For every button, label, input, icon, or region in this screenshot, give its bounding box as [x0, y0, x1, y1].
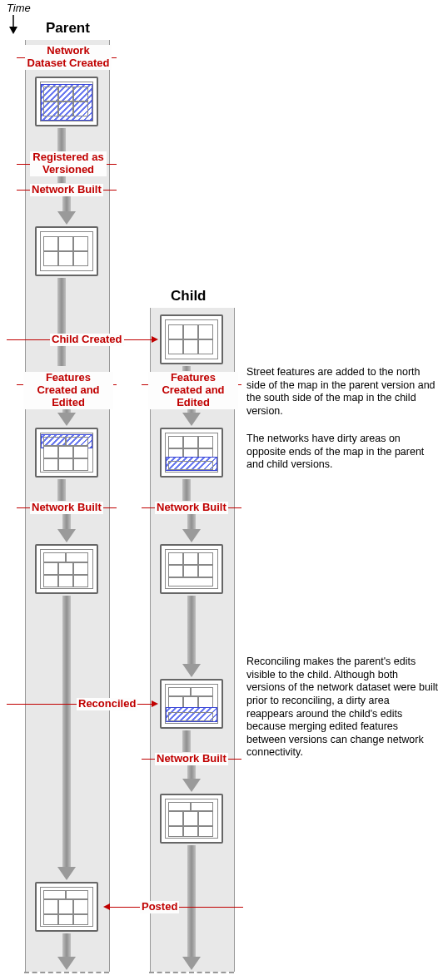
flow-arrow-icon: [182, 479, 191, 501]
flow-arrow-icon: [57, 196, 76, 225]
parent-column-header: Parent: [46, 20, 90, 37]
event-label-net-built-parent2: Network Built: [30, 502, 103, 514]
parent-lane-end: [24, 972, 109, 973]
parent-map-initial: [35, 77, 98, 126]
arrow-right-icon: [152, 336, 158, 343]
parent-map-built2: [35, 544, 98, 594]
child-map-built: [160, 544, 223, 594]
flow-arrow-icon: [182, 596, 201, 677]
flow-arrow-icon: [57, 176, 66, 183]
event-label-nd-created: Network Dataset Created: [25, 45, 112, 70]
child-column-header: Child: [171, 288, 207, 304]
event-label-feat-edited-child: Features Created and Edited: [148, 372, 238, 409]
event-label-net-built-child: Network Built: [155, 502, 228, 514]
event-label-registered: Registered as Versioned: [30, 151, 107, 176]
parent-map-posted: [35, 882, 98, 932]
event-label-net-built-child2: Network Built: [155, 753, 228, 765]
child-map-built2: [160, 794, 223, 844]
time-label: Time: [7, 2, 31, 14]
note-3: Reconciling makes the parent's edits vis…: [246, 656, 438, 760]
flow-arrow-icon: [57, 514, 76, 542]
event-label-posted: Posted: [140, 901, 179, 913]
child-lane-end: [149, 972, 234, 973]
flow-arrow-icon: [57, 479, 66, 501]
event-label-reconciled: Reconciled: [77, 698, 137, 710]
note-2: The networks have dirty areas on opposit…: [246, 433, 438, 472]
child-map-initial: [160, 314, 223, 364]
time-arrow-icon: [8, 15, 18, 35]
svg-marker-1: [9, 27, 17, 34]
note-1: Street features are added to the north s…: [246, 366, 438, 418]
event-label-child-created: Child Created: [50, 334, 124, 346]
flow-arrow-icon: [182, 764, 201, 792]
flow-arrow-icon: [57, 278, 66, 366]
parent-map-built: [35, 226, 98, 276]
event-label-net-built: Network Built: [30, 184, 103, 196]
parent-map-edited: [35, 428, 98, 478]
child-map-reconciled: [160, 679, 223, 729]
flow-arrow-icon: [182, 514, 201, 542]
event-label-feat-edited-parent: Features Created and Edited: [23, 372, 113, 409]
arrow-left-icon: [103, 903, 110, 910]
flow-arrow-icon: [57, 933, 76, 970]
flow-arrow-icon: [57, 596, 76, 880]
flow-arrow-icon: [182, 845, 201, 970]
flow-arrow-icon: [182, 730, 191, 752]
child-map-edited: [160, 428, 223, 478]
arrow-right-icon: [152, 700, 158, 707]
